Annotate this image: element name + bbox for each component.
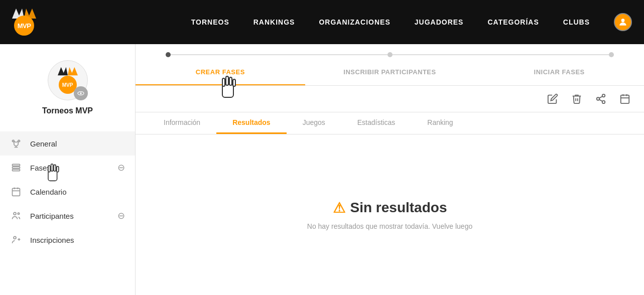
svg-rect-8 <box>13 167 20 168</box>
general-label: General <box>30 139 125 148</box>
svg-rect-9 <box>13 169 20 171</box>
svg-point-21 <box>14 236 16 239</box>
participantes-label: Participantes <box>30 212 117 220</box>
svg-point-20 <box>18 213 19 214</box>
svg-point-19 <box>14 212 16 215</box>
calendar-schedule-button[interactable] <box>618 92 632 106</box>
svg-line-33 <box>599 96 602 98</box>
wizard-step-iniciar[interactable]: INICIAR FASES <box>474 63 644 84</box>
svg-point-29 <box>602 94 605 97</box>
svg-rect-7 <box>13 164 20 166</box>
no-results-subtitle: No hay resultados que mostrar todavía. V… <box>307 222 472 230</box>
no-results-container: ⚠ Sin resultados No hay resultados que m… <box>307 200 472 230</box>
header: MVP TORNEOS RANKINGS ORGANIZACIONES JUGA… <box>0 0 644 44</box>
svg-marker-4 <box>68 67 78 76</box>
wizard-step-inscribir-label: INSCRIBIR PARTICIPANTES <box>343 68 436 76</box>
wizard-dot-2 <box>388 52 393 57</box>
svg-rect-15 <box>13 188 20 196</box>
nav-organizaciones[interactable]: ORGANIZACIONES <box>319 18 390 26</box>
calendario-label: Calendario <box>30 188 125 196</box>
sidebar-item-fases[interactable]: Fases ⊖ <box>0 156 135 180</box>
wizard-dot-1 <box>166 52 171 57</box>
sidebar-item-inscripciones[interactable]: Inscripciones <box>0 228 135 252</box>
sidebar: MVP Torneos MVP General <box>0 44 136 295</box>
wizard-line-1 <box>171 54 388 55</box>
no-results-title: ⚠ Sin resultados <box>333 200 447 216</box>
nav-torneos[interactable]: TORNEOS <box>191 18 229 26</box>
svg-point-30 <box>597 97 600 100</box>
nav-categorias[interactable]: CATEGORÍAS <box>487 18 539 26</box>
nav-rankings[interactable]: RANKINGS <box>253 18 295 26</box>
wizard-line-2 <box>393 54 609 55</box>
inscripciones-label: Inscripciones <box>30 236 125 244</box>
sidebar-nav: General Fases ⊖ <box>0 131 135 252</box>
participantes-badge: ⊖ <box>117 210 125 221</box>
tab-juegos[interactable]: Juegos <box>287 112 341 134</box>
no-results-title-text: Sin resultados <box>350 200 447 216</box>
main-content: CREAR FASES <box>136 44 644 295</box>
wizard-step-inscribir[interactable]: INSCRIBIR PARTICIPANTES <box>305 63 475 84</box>
logo-badge: MVP <box>14 16 34 36</box>
wizard-step-crear-fases-label: CREAR FASES <box>196 68 245 76</box>
profile-avatar-wrap: MVP <box>48 60 88 100</box>
nav-jugadores[interactable]: JUGADORES <box>415 18 464 26</box>
nav-clubs[interactable]: CLUBS <box>563 18 590 26</box>
svg-point-2 <box>621 19 625 22</box>
content-tabs: Información Resultados Juegos Estadístic… <box>136 112 644 134</box>
sidebar-profile-name: Torneos MVP <box>42 106 93 115</box>
tab-estadisticas[interactable]: Estadísticas <box>341 112 411 134</box>
tab-informacion[interactable]: Información <box>148 112 216 134</box>
fases-badge: ⊖ <box>117 162 125 173</box>
wizard-dots <box>136 52 644 57</box>
user-plus-icon <box>10 234 22 246</box>
layers-icon <box>10 162 22 174</box>
user-avatar[interactable] <box>614 13 632 31</box>
svg-rect-26 <box>226 76 228 85</box>
svg-rect-28 <box>233 79 235 86</box>
main-nav: TORNEOS RANKINGS ORGANIZACIONES JUGADORE… <box>191 18 590 26</box>
main-results-area: ⚠ Sin resultados No hay resultados que m… <box>136 134 644 295</box>
svg-point-6 <box>80 92 81 94</box>
svg-marker-3 <box>58 67 68 76</box>
sidebar-item-participantes[interactable]: Participantes ⊖ <box>0 204 135 228</box>
wizard-step-iniciar-label: INICIAR FASES <box>534 68 585 76</box>
wizard-dot-3 <box>609 52 614 57</box>
delete-button[interactable] <box>570 92 584 106</box>
tab-ranking[interactable]: Ranking <box>411 112 469 134</box>
svg-rect-27 <box>229 77 232 85</box>
wizard-steps: CREAR FASES <box>136 63 644 85</box>
svg-rect-34 <box>621 95 629 104</box>
sidebar-profile: MVP Torneos MVP <box>0 52 135 127</box>
wizard-step-crear-fases[interactable]: CREAR FASES <box>136 63 305 85</box>
visibility-toggle[interactable] <box>74 86 88 100</box>
tab-resultados[interactable]: Resultados <box>216 112 286 134</box>
calendar-icon <box>10 186 22 198</box>
svg-point-31 <box>602 101 605 104</box>
svg-line-32 <box>599 99 602 101</box>
edit-button[interactable] <box>546 92 560 106</box>
logo[interactable]: MVP <box>12 9 36 36</box>
warning-icon: ⚠ <box>333 200 345 216</box>
toolbar <box>136 86 644 112</box>
trophy-icon <box>10 137 22 150</box>
svg-rect-25 <box>222 78 225 86</box>
share-button[interactable] <box>594 92 608 106</box>
wizard: CREAR FASES <box>136 44 644 86</box>
sidebar-item-general[interactable]: General <box>0 131 135 156</box>
fases-label: Fases <box>30 164 117 172</box>
users-icon <box>10 210 22 222</box>
sidebar-item-calendario[interactable]: Calendario <box>0 180 135 204</box>
page-layout: MVP Torneos MVP General <box>0 44 644 295</box>
